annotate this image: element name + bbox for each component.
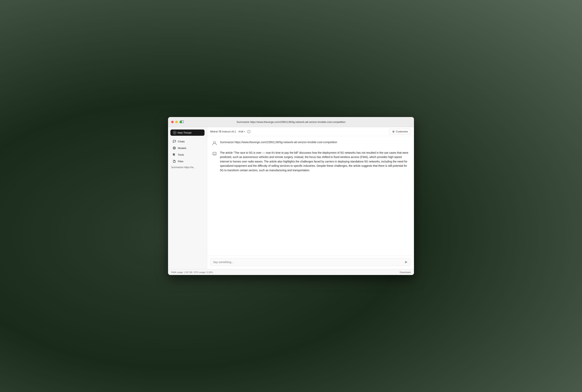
message-assistant: The article "The race to 5G is over — no… [212, 150, 409, 172]
window-title: Summarize https://www.theverge.com/23991… [236, 120, 346, 124]
svg-point-7 [393, 131, 394, 132]
svg-point-6 [249, 131, 249, 131]
history-item[interactable]: Summarize https://w... [168, 164, 207, 170]
separator: / [193, 271, 193, 274]
minimize-button[interactable] [175, 121, 178, 123]
files-icon [173, 160, 176, 163]
sidebar-item-models-label: Models [178, 147, 186, 150]
sidebar-item-models[interactable]: Models [170, 145, 205, 151]
main-area: + New Thread Chats Models [168, 127, 414, 269]
svg-point-3 [173, 147, 176, 150]
sidebar-item-files[interactable]: Files [170, 158, 205, 164]
traffic-lights [171, 121, 182, 123]
plus-circle-icon: + [173, 131, 176, 134]
gear-icon [392, 130, 395, 133]
input-area [207, 256, 414, 269]
user-message-content: Summarize https://www.theverge.com/23991… [220, 140, 409, 146]
model-name: Mistral 7B Instruct v0.1 [210, 130, 236, 133]
cpu-usage: CPU usage: 0.16% [194, 271, 213, 274]
chat-toolbar: Mistral 7B Instruct v0.1 4-bit ▾ [207, 127, 414, 136]
bit-label: 4-bit [238, 130, 243, 133]
new-thread-label: New Thread [178, 131, 191, 134]
info-icon[interactable] [247, 130, 251, 134]
input-box [210, 258, 411, 266]
svg-rect-9 [213, 152, 216, 155]
model-selector[interactable]: Mistral 7B Instruct v0.1 [210, 130, 236, 133]
svg-rect-0 [181, 120, 183, 123]
send-button[interactable] [404, 260, 408, 264]
chat-icon [173, 140, 176, 143]
close-button[interactable] [171, 121, 174, 123]
sidebar-item-tools[interactable]: Tools [170, 152, 205, 158]
title-bar: Summarize https://www.theverge.com/23991… [168, 117, 414, 127]
send-icon [404, 260, 408, 264]
chevron-down-icon: ▾ [244, 130, 245, 132]
sidebar-item-chats-label: Chats [178, 140, 185, 143]
chat-area: Mistral 7B Instruct v0.1 4-bit ▾ [207, 127, 414, 269]
svg-point-2 [174, 148, 175, 148]
sidebar-item-files-label: Files [178, 160, 183, 163]
ram-usage: RAM usage: 1.82 GB [171, 271, 192, 274]
new-thread-button[interactable]: + New Thread [170, 130, 204, 136]
assistant-avatar [212, 151, 217, 156]
svg-point-10 [213, 154, 214, 154]
app-window: Summarize https://www.theverge.com/23991… [168, 117, 414, 275]
user-avatar [212, 140, 217, 146]
customize-button[interactable]: Customize [389, 129, 411, 134]
customize-label: Customize [396, 130, 408, 133]
message-user: Summarize https://www.theverge.com/23991… [212, 140, 409, 146]
tools-icon [173, 153, 176, 156]
models-icon [173, 146, 176, 150]
sidebar: + New Thread Chats Models [168, 127, 207, 269]
bit-selector[interactable]: 4-bit ▾ [238, 130, 245, 133]
chat-input[interactable] [213, 260, 403, 264]
sidebar-item-chats[interactable]: Chats [170, 138, 205, 144]
assistant-message-content: The article "The race to 5G is over — no… [220, 150, 409, 172]
messages-area: Summarize https://www.theverge.com/23991… [207, 136, 414, 256]
sidebar-toggle-icon[interactable] [181, 120, 184, 124]
sidebar-item-tools-label: Tools [178, 153, 184, 156]
downloads-link[interactable]: Downloads [400, 271, 411, 274]
status-bar: RAM usage: 1.82 GB / CPU usage: 0.16% Do… [168, 269, 414, 275]
svg-point-11 [215, 154, 216, 154]
